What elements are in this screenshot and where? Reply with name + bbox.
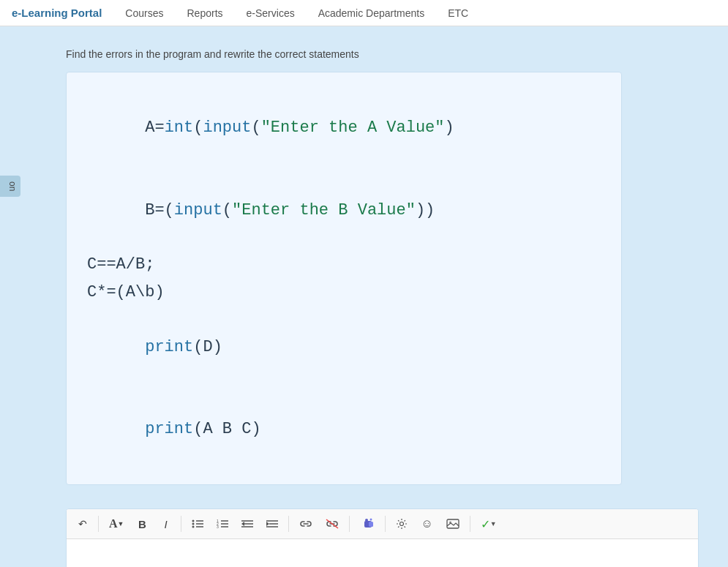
answer-editor: ↶ A▼ B I 123 (66, 508, 699, 567)
code-line-4: C*=(A\b) (87, 279, 601, 306)
svg-rect-24 (369, 522, 373, 527)
code-segment: int (165, 119, 194, 137)
code-segment: )) (416, 201, 435, 219)
font-button[interactable]: A▼ (104, 514, 129, 534)
italic-button[interactable]: I (155, 514, 176, 534)
code-segment: print (145, 420, 193, 438)
svg-marker-15 (241, 522, 244, 526)
emoji-button[interactable]: ☺ (416, 514, 438, 534)
teams-button[interactable] (355, 514, 380, 534)
nav-brand: e-Learning Portal (12, 7, 102, 19)
sidebar-tab[interactable]: on (0, 176, 20, 197)
settings-button[interactable] (391, 514, 413, 534)
code-segment: ) (445, 119, 454, 137)
svg-line-20 (326, 519, 338, 528)
code-segment: "Enter the A Value" (261, 119, 445, 137)
top-navbar: e-Learning Portal Courses Reports e-Serv… (0, 0, 728, 26)
separator-3 (288, 516, 289, 532)
code-segment: ( (193, 119, 203, 137)
code-segment: (D) (193, 338, 222, 356)
svg-point-22 (365, 519, 368, 522)
svg-point-0 (192, 520, 195, 522)
unlink-button[interactable] (320, 514, 344, 534)
code-segment: B=( (145, 201, 174, 219)
editor-toolbar: ↶ A▼ B I 123 (67, 509, 698, 539)
svg-point-25 (400, 522, 404, 526)
code-line-3: C==A/B; (87, 251, 601, 278)
separator-6 (470, 516, 470, 532)
code-segment: print (145, 338, 193, 356)
question-label: Find the errors in the program and rewri… (66, 48, 699, 60)
numbered-list-button[interactable]: 123 (211, 514, 233, 534)
svg-text:3: 3 (217, 525, 219, 529)
main-content: Find the errors in the program and rewri… (22, 26, 728, 567)
nav-courses[interactable]: Courses (125, 7, 163, 19)
code-segment: (A B C) (193, 420, 260, 438)
svg-point-23 (370, 519, 372, 521)
bullet-list-button[interactable] (187, 514, 209, 534)
code-segment: ( (251, 119, 260, 137)
code-segment: "Enter the B Value" (232, 201, 416, 219)
svg-point-2 (192, 523, 195, 525)
outdent-button[interactable] (236, 514, 258, 534)
code-segment: input (174, 201, 222, 219)
code-block: A=int(input("Enter the A Value") B=(inpu… (66, 72, 622, 485)
svg-marker-19 (266, 522, 269, 526)
separator-5 (385, 516, 386, 532)
code-line-2: B=(input("Enter the B Value")) (87, 169, 601, 251)
separator-1 (98, 516, 99, 532)
nav-eservices[interactable]: e-Services (247, 7, 295, 19)
code-line-1: A=int(input("Enter the A Value") (87, 87, 601, 169)
nav-etc[interactable]: ETC (448, 7, 468, 19)
link-button[interactable] (294, 514, 318, 534)
undo-button[interactable]: ↶ (72, 514, 93, 534)
code-segment: ( (222, 201, 232, 219)
nav-reports[interactable]: Reports (187, 7, 223, 19)
code-line-6: print(A B C) (87, 388, 601, 470)
image-button[interactable] (441, 514, 465, 534)
svg-point-4 (192, 526, 195, 528)
code-line-5: print(D) (87, 306, 601, 388)
bold-button[interactable]: B (132, 514, 152, 534)
code-segment: input (203, 119, 251, 137)
indent-button[interactable] (261, 514, 283, 534)
check-button[interactable]: ✓▼ (476, 514, 502, 534)
separator-2 (181, 516, 181, 532)
nav-academic[interactable]: Academic Departments (318, 7, 425, 19)
separator-4 (349, 516, 350, 532)
code-segment: A= (145, 119, 164, 137)
editor-body[interactable] (67, 539, 698, 567)
